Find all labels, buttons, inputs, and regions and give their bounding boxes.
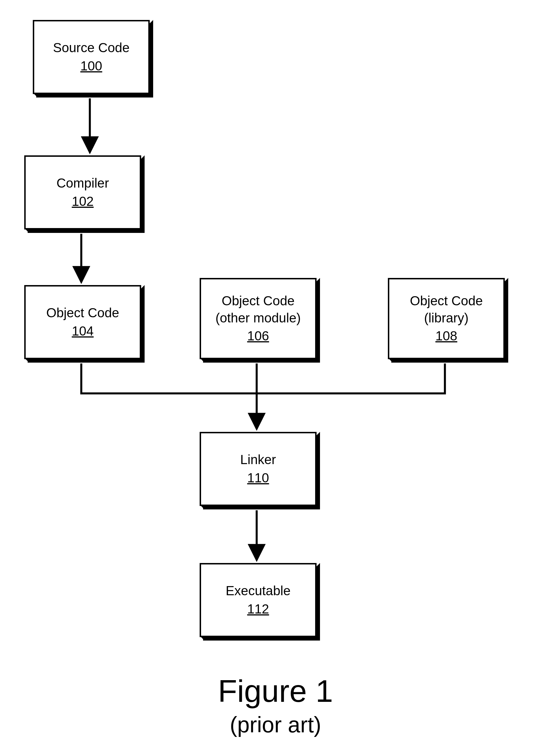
node-object-code-main: Object Code 104	[24, 285, 141, 359]
node-executable: Executable 112	[200, 563, 317, 637]
node-compiler: Compiler 102	[24, 155, 141, 229]
node-ref: 100	[80, 58, 102, 75]
node-sublabel: (library)	[424, 310, 469, 327]
node-label: Object Code	[221, 292, 295, 310]
node-linker: Linker 110	[200, 432, 317, 506]
node-label: Linker	[240, 451, 276, 468]
node-label: Compiler	[56, 175, 109, 192]
node-ref: 106	[247, 328, 269, 345]
figure-title: Figure 1	[0, 673, 551, 709]
node-ref: 108	[436, 328, 458, 345]
figure-subtitle: (prior art)	[0, 712, 551, 738]
node-label: Object Code	[46, 304, 119, 322]
node-ref: 112	[247, 601, 269, 618]
node-label: Source Code	[53, 39, 130, 56]
node-object-code-other-module: Object Code (other module) 106	[200, 278, 317, 359]
node-label: Executable	[225, 582, 291, 599]
node-label: Object Code	[410, 292, 483, 310]
node-ref: 104	[72, 323, 94, 340]
figure-caption: Figure 1 (prior art)	[0, 673, 551, 738]
node-object-code-library: Object Code (library) 108	[388, 278, 505, 359]
node-ref: 110	[247, 470, 269, 487]
node-source-code: Source Code 100	[33, 20, 150, 94]
diagram-canvas: Source Code 100 Compiler 102 Object Code…	[0, 0, 551, 756]
node-ref: 102	[72, 193, 94, 210]
connectors	[0, 0, 551, 756]
node-sublabel: (other module)	[215, 310, 301, 327]
